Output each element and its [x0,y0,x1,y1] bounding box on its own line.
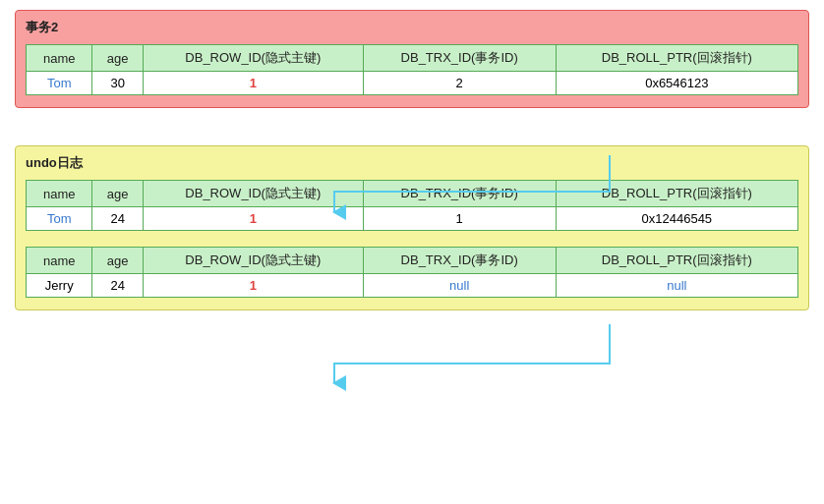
undo-table-1: name age DB_ROW_ID(隐式主键) DB_TRX_ID(事务ID)… [26,180,798,231]
utd-trxid-0: 1 [363,207,556,231]
th-rowid-1: DB_ROW_ID(隐式主键) [143,45,363,72]
transaction-header-row: name age DB_ROW_ID(隐式主键) DB_TRX_ID(事务ID)… [27,45,798,72]
undo-header-row-1: name age DB_ROW_ID(隐式主键) DB_TRX_ID(事务ID)… [27,181,798,207]
arrow-2 [334,324,610,383]
uth2-rollptr: DB_ROLL_PTR(回滚指针) [556,248,797,274]
undo-table-2: name age DB_ROW_ID(隐式主键) DB_TRX_ID(事务ID)… [26,247,798,298]
td-rowid-t0: 1 [143,72,363,95]
gap-1 [15,108,809,145]
transaction-title: 事务2 [26,19,798,36]
undo-row-1: Jerry 24 1 null null [27,274,798,298]
utd-name-0: Tom [27,207,92,231]
th-rollptr-1: DB_ROLL_PTR(回滚指针) [556,45,797,72]
th-trxid-1: DB_TRX_ID(事务ID) [363,45,556,72]
uth-name-1: name [27,181,92,207]
td-name-t0: Tom [27,72,92,95]
transaction-box: 事务2 name age DB_ROW_ID(隐式主键) DB_TRX_ID(事… [15,10,809,108]
transaction-table: name age DB_ROW_ID(隐式主键) DB_TRX_ID(事务ID)… [26,44,798,95]
utd2-rollptr: null [556,274,797,298]
uth-trxid-1: DB_TRX_ID(事务ID) [363,181,556,207]
uth-rollptr-1: DB_ROLL_PTR(回滚指针) [556,181,797,207]
uth2-rowid: DB_ROW_ID(隐式主键) [143,248,363,274]
utd2-rowid: 1 [143,274,363,298]
undo-row-0: Tom 24 1 1 0x12446545 [27,207,798,231]
undo-box: undo日志 name age DB_ROW_ID(隐式主键) DB_TRX_I… [15,145,809,310]
undo-inner-gap [26,231,798,247]
th-age-1: age [92,45,143,72]
td-age-t0: 30 [92,72,143,95]
td-rollptr-t0: 0x6546123 [556,72,797,95]
utd-age-0: 24 [92,207,143,231]
utd-rollptr-0: 0x12446545 [556,207,797,231]
undo-header-row-2: name age DB_ROW_ID(隐式主键) DB_TRX_ID(事务ID)… [27,248,798,274]
th-name-1: name [27,45,92,72]
td-trxid-t0: 2 [363,72,556,95]
utd2-name: Jerry [27,274,92,298]
transaction-row-0: Tom 30 1 2 0x6546123 [27,72,798,95]
uth2-trxid: DB_TRX_ID(事务ID) [363,248,556,274]
utd2-trxid: null [363,274,556,298]
uth-age-1: age [92,181,143,207]
utd2-age: 24 [92,274,143,298]
uth-rowid-1: DB_ROW_ID(隐式主键) [143,181,363,207]
undo-title: undo日志 [26,154,798,172]
utd-rowid-0: 1 [143,207,363,231]
main-container: 事务2 name age DB_ROW_ID(隐式主键) DB_TRX_ID(事… [0,0,824,320]
uth2-name: name [27,248,92,274]
uth2-age: age [92,248,143,274]
